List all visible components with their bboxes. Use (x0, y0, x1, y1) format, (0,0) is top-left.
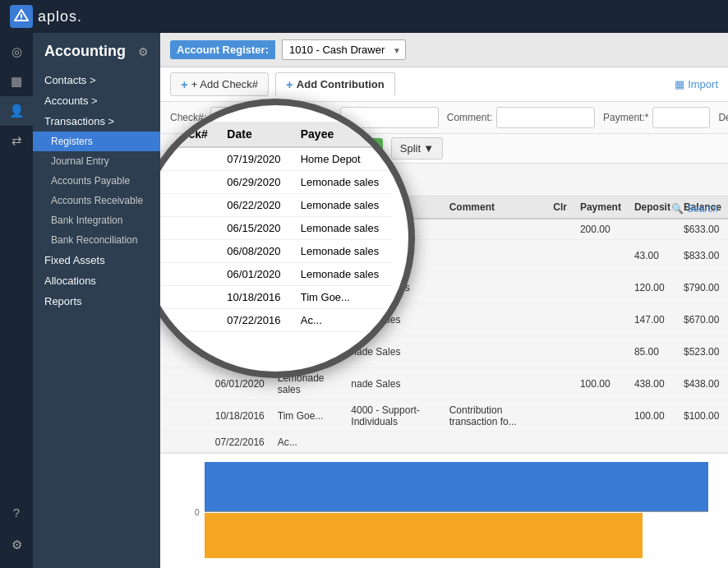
nav-bottom: ? ⚙ (0, 497, 33, 560)
payment-label: Payment:* (603, 112, 648, 123)
sidebar-title: Accounting (44, 43, 126, 60)
cell-check (160, 368, 209, 400)
col-deposit: Deposit (628, 196, 677, 219)
cell-comment (443, 432, 547, 453)
search-bar[interactable]: 🔍 Search (671, 203, 718, 215)
account-register-select[interactable]: 1010 - Cash Drawer 1020 - Checking 1030 … (282, 39, 406, 60)
sidebar-item-reports[interactable]: Reports (33, 291, 160, 312)
sidebar-item-registers[interactable]: Registers (33, 132, 160, 151)
mag-table-row[interactable]: 10/18/2016Tim Goe... (160, 286, 392, 309)
sidebar-item-bank-integration[interactable]: Bank Integration (33, 210, 160, 230)
sidebar-item-accounts-payable[interactable]: Accounts Payable (33, 171, 160, 191)
sidebar-item-accounts-receivable[interactable]: Accounts Receivable (33, 191, 160, 210)
deposit-field: Deposit:* (718, 107, 728, 128)
payment-input[interactable] (652, 107, 710, 128)
sidebar-item-allocations[interactable]: Allocations (33, 270, 160, 291)
sidebar-item-fixed-assets[interactable]: Fixed Assets (33, 250, 160, 270)
mag-cell-date: 10/18/2016 (219, 286, 292, 309)
mag-table-row[interactable]: 07/19/2020Home Depot (160, 147, 392, 171)
mag-table-row[interactable]: 06/01/2020Lemonade sales (160, 263, 392, 286)
cell-clr (546, 240, 574, 272)
cell-balance (677, 432, 728, 453)
mag-col-payee: Payee (293, 122, 392, 147)
cell-comment (443, 219, 547, 240)
chart-bar-new-stand-fund (205, 513, 643, 558)
sidebar-item-accounts[interactable]: Accounts > (33, 90, 160, 111)
add-check-button[interactable]: + + Add Check# (170, 72, 269, 96)
col-clr: Clr (546, 196, 574, 219)
cell-comment (443, 368, 547, 400)
cell-date: 10/18/2016 (209, 400, 271, 432)
cell-clr (546, 272, 574, 304)
search-icon: 🔍 (671, 203, 684, 215)
cell-deposit: 438.00 (628, 368, 677, 400)
mag-table-row[interactable]: 06/29/2020Lemonade sales (160, 171, 392, 194)
icon-nav: ◎ ▦ 👤 ⇄ ? ⚙ (0, 33, 33, 568)
deposit-label: Deposit:* (718, 112, 728, 123)
nav-settings[interactable]: ⚙ (0, 530, 33, 560)
cell-deposit: 100.00 (628, 400, 677, 432)
aplos-logo-icon (10, 5, 33, 28)
cell-account (344, 432, 442, 453)
sidebar-menu: Contacts > Accounts > Transactions > Reg… (33, 67, 160, 315)
add-contribution-button[interactable]: + Add Contribution (275, 72, 395, 96)
cell-account: 4000 - Support- Individuals (344, 400, 442, 432)
mag-col-check: Check# (160, 122, 219, 147)
sidebar-item-journal-entry[interactable]: Journal Entry (33, 151, 160, 171)
nav-chart[interactable]: ▦ (0, 67, 33, 96)
import-button[interactable]: ▦ Import (675, 78, 718, 90)
cell-check (160, 432, 209, 453)
cell-comment (443, 336, 547, 368)
chart-zero-line (205, 511, 708, 512)
mag-table-row[interactable]: 07/22/2016Ac... (160, 309, 392, 332)
mag-cell-payee: Lemonade sales (293, 194, 392, 217)
mag-cell-date: 07/19/2020 (219, 147, 292, 171)
sidebar-header: Accounting ⚙ (33, 33, 160, 67)
cell-comment (443, 304, 547, 336)
mag-cell-check (160, 171, 219, 194)
col-payment: Payment (574, 196, 628, 219)
content-area: Account Register: 1010 - Cash Drawer 102… (160, 33, 728, 568)
mag-cell-payee: Lemonade sales (293, 263, 392, 286)
cell-payment (574, 304, 628, 336)
sidebar-item-contacts[interactable]: Contacts > (33, 70, 160, 90)
cell-balance: $790.00 (677, 272, 728, 304)
mag-cell-date: 06/08/2020 (219, 240, 292, 263)
sidebar-item-bank-reconciliation[interactable]: Bank Reconciliation (33, 230, 160, 250)
nav-help[interactable]: ? (0, 497, 33, 527)
cell-payment (574, 432, 628, 453)
magnifier-content: Check# Date Payee 07/19/2020Home Depot06… (160, 105, 408, 372)
mag-cell-payee: Ac... (293, 309, 392, 332)
logo-text: aplos. (38, 8, 82, 25)
cell-comment: Contribution transaction fo... (443, 400, 547, 432)
table-row[interactable]: 10/18/2016Tim Goe...4000 - Support- Indi… (160, 400, 728, 432)
cell-check (160, 400, 209, 432)
cell-balance: $438.00 (677, 368, 728, 400)
mag-cell-check (160, 309, 219, 332)
mag-table-row[interactable]: 06/22/2020Lemonade sales (160, 194, 392, 217)
svg-point-2 (21, 19, 22, 21)
cell-payment (574, 272, 628, 304)
nav-accounting[interactable]: 👤 (0, 96, 33, 126)
cell-date: 07/22/2016 (209, 432, 271, 453)
mag-cell-date: 06/01/2020 (219, 263, 292, 286)
nav-dashboard[interactable]: ◎ (0, 37, 33, 67)
sidebar-item-transactions[interactable]: Transactions > (33, 111, 160, 132)
comment-input[interactable] (496, 107, 595, 128)
cell-deposit: 147.00 (628, 304, 677, 336)
chart-bars: 0 (172, 462, 716, 552)
table-row[interactable]: 07/22/2016Ac... (160, 432, 728, 453)
magnifier-table: Check# Date Payee 07/19/2020Home Depot06… (160, 122, 392, 332)
mag-col-date: Date (219, 122, 292, 147)
mag-cell-date: 06/29/2020 (219, 171, 292, 194)
account-register-label: Account Register: (170, 40, 275, 59)
sidebar: Accounting ⚙ Contacts > Accounts > Trans… (33, 33, 160, 568)
cell-balance: $523.00 (677, 336, 728, 368)
nav-transfer[interactable]: ⇄ (0, 126, 33, 155)
cell-balance: $633.00 (677, 219, 728, 240)
mag-cell-check (160, 240, 219, 263)
mag-table-row[interactable]: 06/08/2020Lemonade sales (160, 240, 392, 263)
mag-table-row[interactable]: 06/15/2020Lemonade sales (160, 217, 392, 240)
cell-deposit: 120.00 (628, 272, 677, 304)
sidebar-gear-icon[interactable]: ⚙ (138, 45, 149, 58)
